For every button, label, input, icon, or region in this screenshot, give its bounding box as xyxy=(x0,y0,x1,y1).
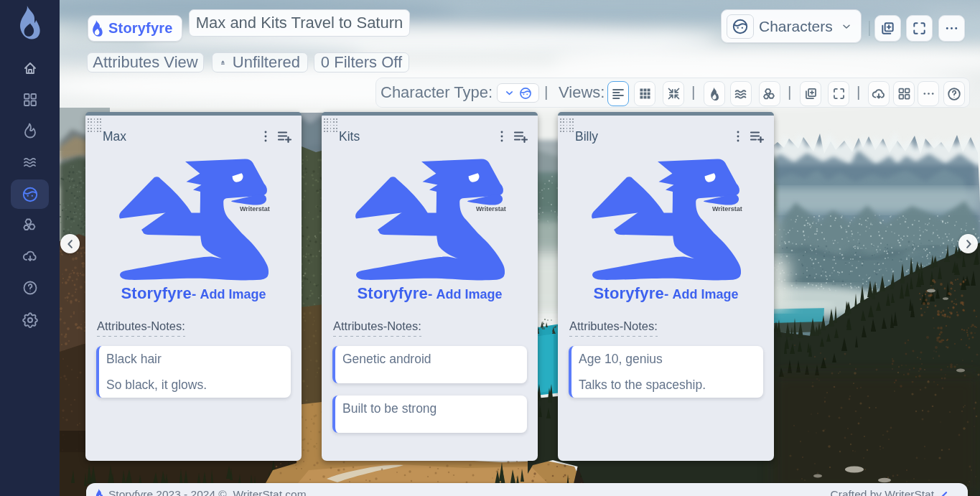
svg-text:Writerstat: Writerstat xyxy=(476,205,506,212)
svg-text:Writerstat: Writerstat xyxy=(240,205,270,212)
svg-text:Writerstat: Writerstat xyxy=(712,205,742,212)
